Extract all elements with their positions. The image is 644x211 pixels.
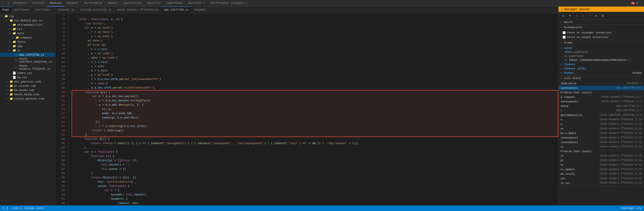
callstack-header[interactable]: Call Stack	[559, 76, 644, 81]
devtools-dock-icon[interactable]: ⊡	[6, 1, 11, 6]
sidebar-item-index-css[interactable]: 📄 index.css	[0, 71, 55, 75]
editor-tab-chunk-vendors[interactable]: chunk-vendors.ff342e34.js	[114, 7, 161, 13]
pause-uncaught-checkbox[interactable]	[563, 31, 566, 34]
step-out-button[interactable]: ↑	[580, 13, 586, 18]
sidebar-item-top[interactable]: 📁 top	[0, 14, 55, 18]
chevron-breakpoints	[561, 26, 563, 29]
sidebar-item-data-folder[interactable]: 📁 data	[0, 31, 55, 35]
scope-item-this[interactable]: this: undefined	[561, 50, 644, 54]
callstack-item[interactable]: (anonymous) chunk-vendors.ff342e34.js:13	[559, 140, 644, 145]
callstack-item[interactable]: ei chunk-vendors.ff342e34.js:18	[559, 163, 644, 167]
sidebar-item-img[interactable]: 📁 img	[0, 44, 55, 48]
tab-sources[interactable]: Sources	[47, 0, 64, 7]
callstack-item[interactable]: pt chunk-vendors.ff342e34.js:18	[559, 158, 644, 163]
scope-header[interactable]: Scope	[559, 40, 644, 45]
tab-console[interactable]: Console	[30, 0, 47, 7]
callstack-item[interactable]: ct chunk-vendors.ff342e34.js:18	[559, 145, 644, 149]
callstack-item[interactable]: a.request chunk-vendors.ff342e34.js:1	[559, 95, 644, 99]
scope-item-t[interactable]: t: {data: {5588a9e126c91a28cc2f6813e379.…	[561, 58, 644, 62]
chevron-fonts	[9, 40, 12, 43]
editor-tab-include-postload[interactable]: include.postload.js	[77, 7, 114, 13]
more-icon[interactable]: ⋮	[640, 1, 643, 5]
sidebar-label-js: js	[17, 49, 20, 52]
sidebar-tab-page[interactable]: Page	[0, 7, 12, 13]
sidebar-item-hmcdnbaidu[interactable]: 📁 hmcdn.baidu.com	[0, 92, 55, 97]
tab-performance[interactable]: Performance	[81, 0, 105, 7]
step-button[interactable]: →	[587, 13, 592, 18]
sidebar-item-geetest[interactable]: 📁 static.geetest.com	[0, 97, 55, 101]
devtools-menu-icon[interactable]: ⋮	[1, 1, 6, 6]
watch-header[interactable]: Watch	[559, 20, 644, 25]
sidebar-item-company[interactable]: 📁 company	[0, 35, 55, 40]
tab-lighthouse[interactable]: Lighthouse	[164, 0, 185, 7]
step-into-button[interactable]: ↓	[574, 13, 579, 18]
tab-application[interactable]: Application	[121, 0, 144, 7]
callstack-item[interactable]: (anonymous) chunk-vendors.ff342e34.js:1	[559, 99, 644, 104]
callstack-item[interactable]: ot chunk-vendors.ff342e34.js:18	[559, 154, 644, 158]
settings-icon[interactable]: ⚙	[636, 1, 638, 5]
callstack-item[interactable]: ni.update chunk-vendors.ff342e34.js:18	[559, 167, 644, 172]
file-icon-app-js: ⬡	[16, 53, 18, 56]
scope-item-e[interactable]: e: undefined	[561, 54, 644, 58]
callstack-item[interactable]: Promise.then (async)	[559, 149, 644, 154]
tab-recorder[interactable]: Recorder »	[186, 0, 207, 7]
sidebar-item-alicdn[interactable]: 📁 at.alicdn.com	[0, 84, 55, 88]
folder-icon-img: 📁	[13, 45, 16, 48]
code-content[interactable]: , '27fe': function(t, e, n) { 'use stric…	[68, 13, 558, 205]
deactivate-button[interactable]: ⊘	[593, 13, 599, 18]
sidebar-item-fonts[interactable]: 📁 fonts	[0, 40, 55, 44]
pause-caught-checkbox[interactable]	[563, 36, 566, 39]
tab-network[interactable]: Network	[64, 0, 81, 7]
callstack-item[interactable]: JSON.parse VM130071:1	[559, 81, 644, 86]
breakpoints-header[interactable]: Breakpoints	[559, 25, 644, 30]
sidebar-item-geevisit[interactable]: 📁 api.geevisit.com	[0, 79, 55, 84]
callstack-item[interactable]: me.notify chunk-vendors.ff342e34.js:18	[559, 172, 644, 176]
callstack-item[interactable]: Promise.then (async)	[559, 90, 644, 95]
sidebar-item-zsc[interactable]: 📁 zsc.mohurd.gov.cn	[0, 18, 55, 23]
breakpoints-content: Pause on uncaught exceptions Pause on ca…	[559, 30, 644, 40]
resume-button[interactable]: ▶	[561, 13, 566, 18]
pause-uncaught-label: Pause on uncaught exceptions	[567, 31, 611, 34]
callstack-item[interactable]: set chunk-vendors.ff342e34.js:18	[559, 176, 644, 181]
callstack-item[interactable]: nt chunk-vendors.ff342e34.js:15	[559, 126, 644, 131]
callstack-item[interactable]: (anonymous) chunk-vendors.ff342e34.js:24	[559, 136, 644, 140]
sidebar-item-oa-css[interactable]: 📄 oa.css	[0, 75, 55, 79]
tab-elements[interactable]: Elements	[11, 0, 29, 7]
step-over-button[interactable]: ↷	[567, 13, 573, 18]
scope-group-global[interactable]: Global Window	[559, 71, 644, 75]
code-line: function t() {	[71, 154, 558, 158]
sidebar-item-hmbaidu[interactable]: 📁 hm.baidu.com	[0, 88, 55, 92]
tab-memory[interactable]: Memory	[105, 0, 120, 7]
sidebar-tab-more[interactable]: »	[52, 7, 55, 13]
callstack-item[interactable]: r app.12671f38.js:1	[559, 108, 644, 113]
line-number: 35	[55, 158, 65, 163]
scope-group-local[interactable]: Local	[559, 46, 644, 50]
scope-group-closure[interactable]: Closure	[559, 62, 644, 66]
tab-perf-insights[interactable]: Performance insights »	[208, 0, 250, 7]
sidebar-item-chunk1[interactable]: ⬡ chunk-1abcf041.24a3724a.js	[0, 57, 55, 64]
chevron-company	[12, 36, 15, 39]
callstack-item[interactable]: En.e.$emit chunk-vendors.ff342e34.js:13	[559, 131, 644, 136]
editor-tab-content-js[interactable]: content.js	[55, 7, 77, 13]
sidebar-item-app-js[interactable]: ⬡ app.12671f38.js	[0, 53, 55, 57]
callstack-item[interactable]: getCompanyList chunk-1abcf041.24a3724a.j…	[559, 113, 644, 117]
callstack-item[interactable]: n chunk-vendors.ff342e34.js:18	[559, 117, 644, 122]
callstack-item[interactable]: n chunk-vendors.ff342e34.js:15	[559, 122, 644, 126]
sidebar-tab-overrides[interactable]: Overrides	[32, 7, 52, 13]
pause-exceptions-button[interactable]: ⏸	[600, 13, 605, 18]
callstack-item[interactable]: ii.set chunk-vendors.ff342e34.js:18	[559, 181, 644, 185]
editor-tab-app-main[interactable]: app.12671f38.js	[161, 7, 191, 13]
sidebar-tab-workspace[interactable]: Workspace	[12, 7, 32, 13]
callstack-item[interactable]: (anonymous) app.12671f38.js:1	[559, 86, 644, 90]
scope-group-closure27fe[interactable]: Closure (27fe)	[559, 66, 644, 71]
sidebar-item-css-folder[interactable]: 📁 css	[0, 27, 55, 31]
sidebar-item-chunk-vendors[interactable]: ⬡ chunk-vendors.ff342e34.js	[0, 64, 55, 71]
sidebar-item-api[interactable]: 📁 API/webApi/file	[0, 23, 55, 27]
callstack-item[interactable]: value app.12671f38.js:1	[559, 104, 644, 108]
tab-security[interactable]: Security	[145, 0, 163, 7]
sidebar-item-js-folder[interactable]: 📁 js	[0, 48, 55, 53]
editor-tab-vm130071[interactable]: VM130071	[192, 7, 210, 13]
line-number: 13	[55, 64, 65, 69]
code-line: }	[72, 133, 558, 137]
folder-icon-hmbaidu: 📁	[10, 89, 13, 92]
